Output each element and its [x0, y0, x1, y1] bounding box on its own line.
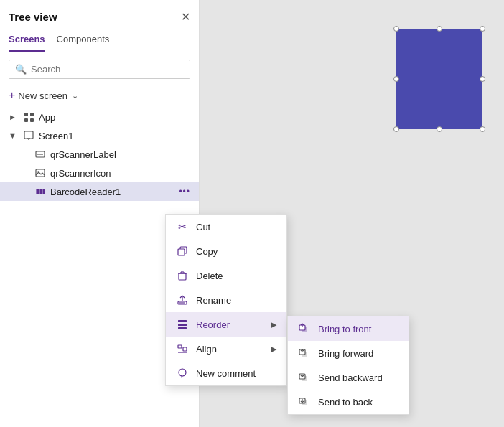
svg-rect-9: [36, 169, 45, 177]
arrow-right-icon: ▶: [271, 344, 276, 354]
menu-item-delete-label: Delete: [196, 271, 276, 281]
handle-bottom-left[interactable]: [393, 126, 399, 132]
canvas-element[interactable]: [396, 29, 482, 129]
reorder-icon: [176, 318, 189, 331]
menu-item-bring-to-front-label: Bring to front: [318, 324, 398, 334]
tab-bar: Screens Components: [0, 29, 199, 52]
tree-item-qrscannerLabel[interactable]: qrScannerLabel: [0, 145, 199, 164]
svg-rect-4: [24, 131, 33, 139]
delete-icon: [176, 269, 189, 282]
barcode-icon: [34, 186, 46, 197]
tree-item-qrscannerIcon-label: qrScannerIcon: [50, 168, 190, 179]
context-menu-sub: Bring to front Bring forward Send backwa…: [287, 316, 409, 415]
svg-rect-29: [178, 320, 187, 322]
menu-item-copy[interactable]: Copy: [166, 239, 286, 263]
comment-icon: [176, 367, 189, 380]
plus-icon: +: [9, 89, 15, 102]
screen-icon: [23, 130, 34, 141]
send-to-back-icon: [298, 395, 311, 408]
handle-top-middle[interactable]: [437, 26, 442, 32]
tree-header: Tree view ✕: [0, 0, 199, 29]
rename-icon: [176, 294, 189, 306]
menu-item-reorder-label: Reorder: [196, 319, 263, 330]
svg-rect-31: [178, 327, 187, 329]
svg-rect-32: [178, 345, 182, 348]
menu-item-cut-label: Cut: [196, 222, 276, 233]
label-icon: [34, 149, 46, 160]
new-screen-row[interactable]: + New screen ⌄: [0, 86, 199, 108]
tab-screens[interactable]: Screens: [9, 29, 45, 52]
svg-rect-1: [30, 113, 34, 116]
menu-item-send-to-back-label: Send to back: [318, 397, 398, 408]
panel-title: Tree view: [9, 11, 57, 23]
handle-bottom-right[interactable]: [480, 126, 485, 132]
align-icon: [176, 342, 189, 355]
handle-middle-right[interactable]: [480, 76, 485, 82]
search-box: 🔍: [9, 60, 190, 79]
menu-item-send-backward-label: Send backward: [318, 372, 398, 383]
bring-forward-icon: [298, 347, 311, 360]
menu-item-copy-label: Copy: [196, 246, 276, 257]
menu-item-bring-forward-label: Bring forward: [318, 348, 398, 359]
svg-point-35: [179, 369, 186, 376]
menu-item-rename[interactable]: Rename: [166, 288, 286, 312]
tree-item-barcodereader1[interactable]: BarcodeReader1 •••: [0, 182, 199, 201]
copy-icon: [176, 245, 189, 258]
handle-bottom-middle[interactable]: [437, 126, 442, 132]
tree-item-app-label: App: [39, 112, 190, 123]
svg-rect-30: [178, 324, 187, 326]
tree-item-screen1[interactable]: ▼ Screen1: [0, 126, 199, 145]
tree-item-barcodereader1-label: BarcodeReader1: [50, 187, 174, 197]
expand-icon: ▼: [9, 131, 19, 140]
tab-components[interactable]: Components: [57, 29, 110, 52]
send-backward-icon: [298, 371, 311, 384]
menu-item-bring-to-front[interactable]: Bring to front: [288, 316, 409, 341]
svg-rect-0: [24, 113, 28, 116]
menu-item-align[interactable]: Align ▶: [166, 337, 286, 361]
handle-middle-left[interactable]: [393, 76, 399, 82]
svg-rect-33: [183, 347, 187, 351]
menu-item-reorder[interactable]: Reorder ▶: [166, 312, 286, 337]
menu-item-send-backward[interactable]: Send backward: [288, 365, 409, 390]
app-icon: [23, 111, 34, 123]
menu-item-bring-forward[interactable]: Bring forward: [288, 341, 409, 365]
svg-rect-19: [179, 273, 186, 280]
bring-to-front-icon: [298, 322, 311, 335]
menu-item-delete[interactable]: Delete: [166, 263, 286, 288]
menu-item-send-to-back[interactable]: Send to back: [288, 390, 409, 414]
close-button[interactable]: ✕: [181, 10, 190, 24]
menu-item-cut[interactable]: ✂ Cut: [166, 215, 286, 239]
context-menu-main: ✂ Cut Copy Delete: [165, 214, 287, 386]
handle-top-right[interactable]: [480, 26, 485, 32]
handle-top-left[interactable]: [393, 26, 399, 32]
tree-item-qrscannerLabel-label: qrScannerLabel: [50, 149, 190, 160]
new-screen-label: New screen: [18, 90, 67, 101]
search-icon: 🔍: [15, 64, 27, 75]
image-icon: [34, 167, 46, 179]
menu-item-rename-label: Rename: [196, 295, 276, 306]
more-button[interactable]: •••: [179, 187, 190, 197]
svg-rect-2: [24, 118, 28, 122]
menu-item-new-comment[interactable]: New comment: [166, 361, 286, 385]
svg-rect-18: [178, 249, 185, 255]
tree-item-qrscannerIcon[interactable]: qrScannerIcon: [0, 164, 199, 182]
menu-item-align-label: Align: [196, 344, 263, 355]
arrow-right-icon: ▶: [271, 320, 276, 329]
cut-icon: ✂: [176, 220, 189, 233]
svg-rect-3: [30, 118, 34, 122]
search-input[interactable]: [31, 64, 184, 75]
canvas-rect-wrapper: [396, 29, 482, 129]
menu-item-new-comment-label: New comment: [196, 368, 276, 379]
chevron-down-icon: ⌄: [72, 91, 78, 100]
expand-icon: ►: [9, 113, 19, 121]
tree-item-app[interactable]: ► App: [0, 108, 199, 126]
tree-item-screen1-label: Screen1: [39, 131, 190, 141]
